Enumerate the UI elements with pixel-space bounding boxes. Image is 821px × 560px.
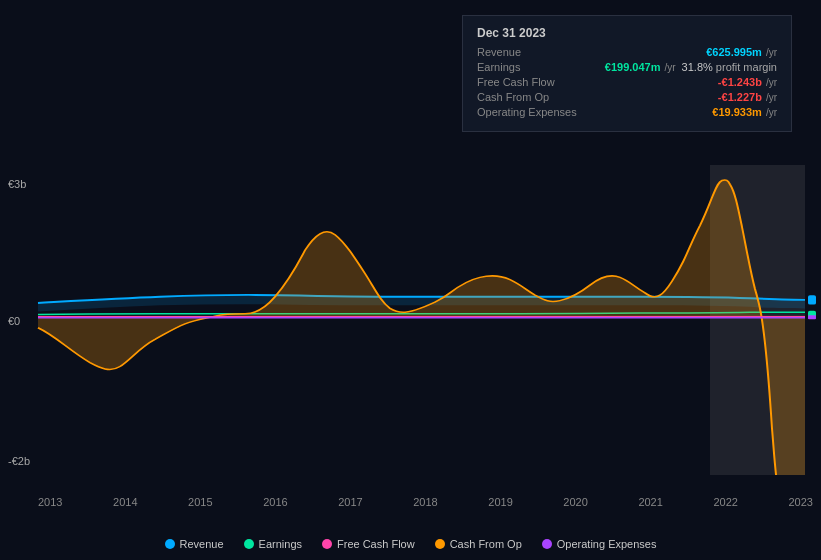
x-axis-labels: 2013 2014 2015 2016 2017 2018 2019 2020 … bbox=[38, 496, 813, 508]
chart-svg bbox=[0, 165, 821, 475]
legend-dot-opex bbox=[542, 539, 552, 549]
legend-cashop: Cash From Op bbox=[435, 538, 522, 550]
x-label-2021: 2021 bbox=[638, 496, 662, 508]
legend-dot-fcf bbox=[322, 539, 332, 549]
earnings-value: €199.047m bbox=[605, 61, 661, 73]
fcf-label: Free Cash Flow bbox=[477, 76, 597, 88]
profit-margin: 31.8% profit margin bbox=[682, 61, 777, 73]
earnings-suffix: /yr bbox=[664, 62, 675, 73]
legend-dot-cashop bbox=[435, 539, 445, 549]
tooltip-date: Dec 31 2023 bbox=[477, 26, 777, 40]
chart-legend: Revenue Earnings Free Cash Flow Cash Fro… bbox=[0, 538, 821, 550]
tooltip-opex-row: Operating Expenses €19.933m /yr bbox=[477, 106, 777, 118]
svg-rect-5 bbox=[808, 315, 816, 319]
legend-revenue: Revenue bbox=[165, 538, 224, 550]
legend-dot-earnings bbox=[244, 539, 254, 549]
legend-label-earnings: Earnings bbox=[259, 538, 302, 550]
legend-label-revenue: Revenue bbox=[180, 538, 224, 550]
x-label-2019: 2019 bbox=[488, 496, 512, 508]
x-label-2023: 2023 bbox=[788, 496, 812, 508]
legend-label-cashop: Cash From Op bbox=[450, 538, 522, 550]
tooltip-box: Dec 31 2023 Revenue €625.995m /yr Earnin… bbox=[462, 15, 792, 132]
legend-label-fcf: Free Cash Flow bbox=[337, 538, 415, 550]
tooltip-fcf-row: Free Cash Flow -€1.243b /yr bbox=[477, 76, 777, 88]
cashop-suffix: /yr bbox=[766, 92, 777, 103]
opex-label: Operating Expenses bbox=[477, 106, 597, 118]
x-label-2017: 2017 bbox=[338, 496, 362, 508]
legend-opex: Operating Expenses bbox=[542, 538, 657, 550]
fcf-value: -€1.243b bbox=[718, 76, 762, 88]
x-label-2013: 2013 bbox=[38, 496, 62, 508]
x-label-2022: 2022 bbox=[713, 496, 737, 508]
x-label-2015: 2015 bbox=[188, 496, 212, 508]
x-label-2016: 2016 bbox=[263, 496, 287, 508]
revenue-suffix: /yr bbox=[766, 47, 777, 58]
revenue-value: €625.995m bbox=[706, 46, 762, 58]
legend-dot-revenue bbox=[165, 539, 175, 549]
svg-rect-2 bbox=[808, 295, 816, 304]
opex-suffix: /yr bbox=[766, 107, 777, 118]
x-label-2020: 2020 bbox=[563, 496, 587, 508]
tooltip-revenue-row: Revenue €625.995m /yr bbox=[477, 46, 777, 58]
fcf-suffix: /yr bbox=[766, 77, 777, 88]
x-label-2018: 2018 bbox=[413, 496, 437, 508]
earnings-label: Earnings bbox=[477, 61, 597, 73]
tooltip-earnings-row: Earnings €199.047m /yr 31.8% profit marg… bbox=[477, 61, 777, 73]
legend-earnings: Earnings bbox=[244, 538, 302, 550]
revenue-label: Revenue bbox=[477, 46, 597, 58]
tooltip-cashop-row: Cash From Op -€1.227b /yr bbox=[477, 91, 777, 103]
cashop-label: Cash From Op bbox=[477, 91, 597, 103]
x-label-2014: 2014 bbox=[113, 496, 137, 508]
legend-fcf: Free Cash Flow bbox=[322, 538, 415, 550]
legend-label-opex: Operating Expenses bbox=[557, 538, 657, 550]
opex-value: €19.933m bbox=[712, 106, 762, 118]
cashop-value: -€1.227b bbox=[718, 91, 762, 103]
